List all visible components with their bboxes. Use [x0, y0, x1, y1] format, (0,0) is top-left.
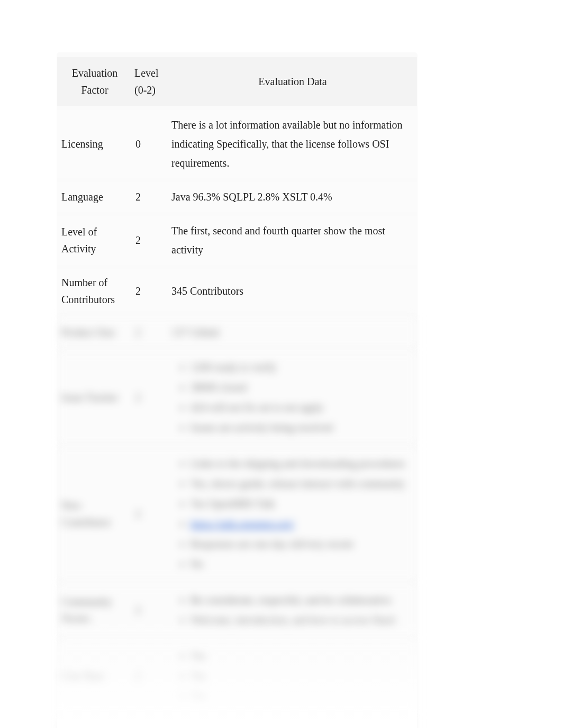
cell-level: 2 — [132, 640, 168, 712]
cell-level: 2 — [132, 584, 168, 636]
table-row: Issue Tracker21200 ready to verify38000 … — [57, 351, 417, 443]
header-data: Evaluation Data — [168, 57, 417, 106]
cell-level: 0 — [132, 110, 168, 178]
cell-factor: Total Score — [57, 716, 132, 728]
cell-data: Links to the shipping and downloading pr… — [168, 448, 417, 580]
cell-factor: Issue Tracker — [57, 351, 132, 443]
cell-factor: New Contributor — [57, 448, 132, 580]
table: Evaluation Factor Level (0-2) Evaluation… — [57, 53, 417, 728]
cell-data: 1200 ready to verify38000 closed424 will… — [168, 351, 417, 443]
cell-factor: Product Size — [57, 317, 132, 347]
cell-data: There is a lot information available but… — [168, 110, 417, 178]
list-item: 1200 ready to verify — [191, 358, 414, 377]
cell-level: 2 — [132, 351, 168, 443]
list-item: Be considerate, respectful, and be colla… — [191, 590, 414, 609]
cell-factor: User Base — [57, 640, 132, 712]
cell-factor: Level of Activity — [57, 216, 132, 265]
list-item: 38000 closed — [191, 378, 414, 397]
cell-data: 345 Contributors — [168, 269, 417, 313]
table-header: Evaluation Factor Level (0-2) Evaluation… — [57, 57, 417, 106]
cell-level: 2 — [132, 317, 168, 347]
link[interactable]: https://talk.openmrs.org/ — [191, 518, 294, 530]
cell-data: Java 96.3% SQLPL 2.8% XSLT 0.4% — [168, 182, 417, 212]
cell-data: YesYesYes — [168, 640, 417, 712]
cell-level: 16 — [132, 716, 168, 728]
table-row: Language2Java 96.3% SQLPL 2.8% XSLT 0.4% — [57, 182, 417, 212]
list-item: Issues are actively being resolved — [191, 418, 414, 437]
cell-factor: Licensing — [57, 110, 132, 178]
table-row: Licensing0There is a lot information ava… — [57, 110, 417, 178]
cell-level: 2 — [132, 182, 168, 212]
table-row: Level of Activity2The first, second and … — [57, 216, 417, 265]
header-factor: Evaluation Factor — [57, 57, 132, 106]
list-item: Welcome, introduction, and how to access… — [191, 611, 414, 630]
cell-factor: Community Norms — [57, 584, 132, 636]
header-level: Level (0-2) — [132, 57, 168, 106]
cell-data: 137 Github — [168, 317, 417, 347]
list-item: Yes — [191, 647, 414, 666]
table-row: Community Norms2Be considerate, respectf… — [57, 584, 417, 636]
cell-factor: Language — [57, 182, 132, 212]
table-row: New Contributor2Links to the shipping an… — [57, 448, 417, 580]
table-row: Product Size2137 Github — [57, 317, 417, 347]
table-row: User Base2YesYesYes — [57, 640, 417, 712]
cell-factor: Number of Contributors — [57, 269, 132, 313]
table-row: Total Score16 — [57, 716, 417, 728]
evaluation-table: Evaluation Factor Level (0-2) Evaluation… — [57, 53, 417, 728]
cell-data: Be considerate, respectful, and be colla… — [168, 584, 417, 636]
list-item: Yes OpenMRS Talk — [191, 494, 414, 513]
list-item: Yes — [191, 667, 414, 686]
list-item: 424 will not fix set to not apply — [191, 398, 414, 417]
cell-level: 2 — [132, 269, 168, 313]
list-item: Yes, shows guide, release interact with … — [191, 474, 414, 493]
cell-level: 2 — [132, 448, 168, 580]
list-item: Yes — [191, 687, 414, 706]
list-item: Responses are one day old/very recent — [191, 534, 414, 553]
list-item: Links to the shipping and downloading pr… — [191, 454, 414, 473]
list-item: No — [191, 554, 414, 574]
cell-data: The first, second and fourth quarter sho… — [168, 216, 417, 265]
cell-level: 2 — [132, 216, 168, 265]
cell-data — [168, 716, 417, 728]
table-row: Number of Contributors2345 Contributors — [57, 269, 417, 313]
